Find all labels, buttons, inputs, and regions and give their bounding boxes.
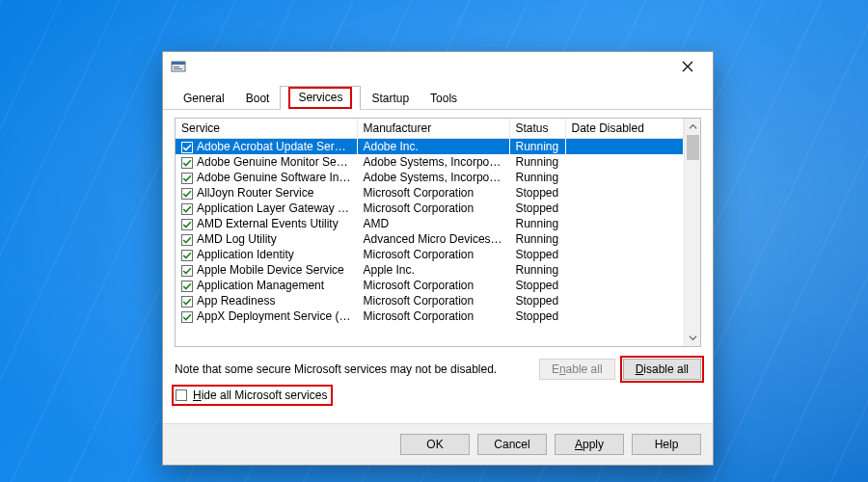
table-row[interactable]: AMD Log UtilityAdvanced Micro Devices, I… — [176, 231, 684, 247]
tab-startup[interactable]: Startup — [361, 87, 420, 110]
table-row[interactable]: Application IdentityMicrosoft Corporatio… — [176, 247, 684, 262]
titlebar — [163, 52, 713, 81]
date-disabled-cell — [565, 247, 684, 262]
tab-services[interactable]: Services — [280, 86, 361, 110]
cancel-button[interactable]: Cancel — [477, 434, 547, 455]
date-disabled-cell — [565, 139, 684, 155]
status-cell: Running — [509, 231, 565, 247]
date-disabled-cell — [565, 262, 684, 278]
checkbox-icon[interactable] — [181, 281, 193, 292]
col-status[interactable]: Status — [509, 119, 565, 139]
scroll-down-icon[interactable] — [685, 330, 700, 346]
dialog-buttons: OK Cancel Apply Help — [163, 423, 713, 465]
table-row[interactable]: AMD External Events UtilityAMDRunning — [176, 216, 684, 231]
service-cell: Adobe Genuine Software Integri... — [197, 171, 357, 184]
service-cell: AppX Deployment Service (AppX... — [197, 309, 357, 323]
table-row[interactable]: AllJoyn Router ServiceMicrosoft Corporat… — [176, 185, 684, 201]
table-row[interactable]: Adobe Acrobat Update ServiceAdobe Inc.Ru… — [176, 139, 684, 155]
status-cell: Stopped — [509, 201, 565, 216]
tabs: General Boot Services Startup Tools — [163, 81, 713, 110]
scroll-thumb[interactable] — [687, 135, 699, 160]
tab-tools[interactable]: Tools — [420, 87, 468, 110]
status-cell: Running — [509, 154, 565, 170]
status-cell: Stopped — [509, 247, 565, 262]
svg-rect-10 — [182, 234, 193, 245]
service-cell: AMD Log Utility — [197, 232, 277, 246]
svg-rect-5 — [182, 157, 193, 168]
col-date-disabled[interactable]: Date Disabled — [565, 119, 684, 139]
service-cell: Application Identity — [197, 248, 294, 261]
svg-rect-9 — [182, 219, 193, 229]
scroll-up-icon[interactable] — [685, 119, 700, 135]
hide-microsoft-checkbox[interactable]: Hide all Microsoft services — [175, 388, 330, 403]
disable-all-button[interactable]: Disable all — [623, 359, 701, 380]
ok-button[interactable]: OK — [400, 434, 470, 455]
manufacturer-cell: Adobe Systems, Incorpora... — [357, 154, 509, 170]
service-cell: AMD External Events Utility — [197, 217, 339, 230]
table-row[interactable]: Adobe Genuine Software Integri...Adobe S… — [176, 170, 684, 185]
checkbox-icon[interactable] — [181, 296, 193, 308]
table-row[interactable]: App ReadinessMicrosoft CorporationStoppe… — [176, 293, 684, 308]
column-headers[interactable]: Service Manufacturer Status Date Disable… — [176, 119, 684, 139]
col-service[interactable]: Service — [176, 119, 357, 139]
tab-boot[interactable]: Boot — [235, 87, 281, 110]
manufacturer-cell: Adobe Systems, Incorpora... — [357, 170, 509, 185]
svg-rect-12 — [182, 265, 193, 276]
checkbox-icon[interactable] — [181, 203, 193, 215]
date-disabled-cell — [565, 278, 684, 293]
svg-rect-2 — [174, 67, 179, 67]
status-cell: Running — [509, 139, 565, 155]
table-row[interactable]: Application Layer Gateway ServiceMicroso… — [176, 201, 684, 216]
table-row[interactable]: AppX Deployment Service (AppX...Microsof… — [176, 308, 684, 324]
svg-rect-3 — [174, 68, 182, 69]
checkbox-icon[interactable] — [181, 265, 193, 277]
manufacturer-cell: Microsoft Corporation — [357, 201, 509, 216]
checkbox-icon[interactable] — [181, 219, 193, 230]
service-cell: App Readiness — [197, 294, 275, 308]
status-cell: Running — [509, 262, 565, 278]
checkbox-icon[interactable] — [181, 173, 193, 184]
table-row[interactable]: Adobe Genuine Monitor ServiceAdobe Syste… — [176, 154, 684, 170]
col-manufacturer[interactable]: Manufacturer — [357, 119, 509, 139]
manufacturer-cell: Microsoft Corporation — [357, 278, 509, 293]
date-disabled-cell — [565, 201, 684, 216]
svg-rect-7 — [182, 188, 193, 199]
status-cell: Stopped — [509, 278, 565, 293]
services-listview[interactable]: Service Manufacturer Status Date Disable… — [175, 118, 701, 347]
manufacturer-cell: Advanced Micro Devices, I... — [357, 231, 509, 247]
status-cell: Stopped — [509, 308, 565, 324]
date-disabled-cell — [565, 231, 684, 247]
checkbox-icon[interactable] — [181, 234, 193, 246]
manufacturer-cell: Microsoft Corporation — [357, 247, 509, 262]
help-button[interactable]: Help — [632, 434, 701, 455]
service-cell: Application Layer Gateway Service — [197, 201, 357, 215]
msconfig-icon — [171, 59, 186, 74]
date-disabled-cell — [565, 308, 684, 324]
hide-microsoft-label: Hide all Microsoft services — [193, 388, 327, 402]
manufacturer-cell: Microsoft Corporation — [357, 308, 509, 324]
status-cell: Stopped — [509, 293, 565, 308]
manufacturer-cell: AMD — [357, 216, 509, 231]
svg-rect-14 — [182, 296, 193, 307]
date-disabled-cell — [565, 170, 684, 185]
table-row[interactable]: Application ManagementMicrosoft Corporat… — [176, 278, 684, 293]
checkbox-icon[interactable] — [181, 188, 193, 200]
apply-button[interactable]: Apply — [555, 434, 624, 455]
svg-rect-4 — [182, 142, 193, 152]
checkbox-icon[interactable] — [181, 250, 193, 261]
enable-all-button: Enable all — [539, 359, 615, 380]
close-button[interactable] — [668, 53, 707, 80]
svg-rect-6 — [182, 173, 193, 183]
checkbox-icon[interactable] — [181, 142, 193, 153]
date-disabled-cell — [565, 154, 684, 170]
checkbox-icon[interactable] — [181, 157, 193, 169]
manufacturer-cell: Microsoft Corporation — [357, 185, 509, 201]
status-cell: Running — [509, 170, 565, 185]
table-row[interactable]: Apple Mobile Device ServiceApple Inc.Run… — [176, 262, 684, 278]
tab-general[interactable]: General — [173, 87, 235, 110]
services-panel: Service Manufacturer Status Date Disable… — [163, 110, 713, 423]
checkbox-icon[interactable] — [181, 311, 193, 323]
svg-rect-8 — [182, 203, 193, 214]
scrollbar[interactable] — [684, 119, 700, 346]
svg-rect-16 — [176, 390, 187, 401]
